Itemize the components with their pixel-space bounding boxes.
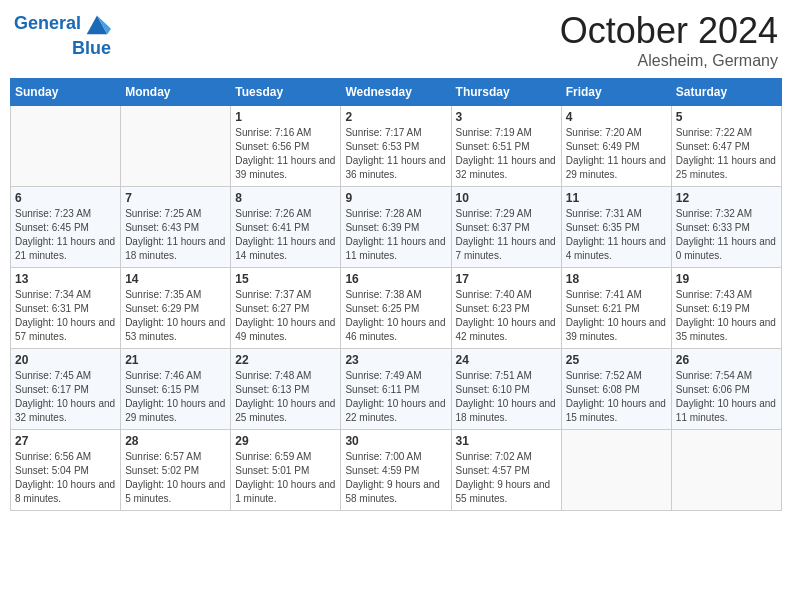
logo-icon [83,10,111,38]
calendar-cell: 18Sunrise: 7:41 AM Sunset: 6:21 PM Dayli… [561,268,671,349]
day-info: Sunrise: 7:29 AM Sunset: 6:37 PM Dayligh… [456,207,557,263]
calendar-week-row: 1Sunrise: 7:16 AM Sunset: 6:56 PM Daylig… [11,106,782,187]
day-number: 19 [676,272,777,286]
day-info: Sunrise: 7:38 AM Sunset: 6:25 PM Dayligh… [345,288,446,344]
calendar-cell: 10Sunrise: 7:29 AM Sunset: 6:37 PM Dayli… [451,187,561,268]
day-number: 23 [345,353,446,367]
logo-text: General [14,14,81,34]
day-number: 18 [566,272,667,286]
day-info: Sunrise: 7:35 AM Sunset: 6:29 PM Dayligh… [125,288,226,344]
day-number: 3 [456,110,557,124]
calendar-table: SundayMondayTuesdayWednesdayThursdayFrid… [10,78,782,511]
day-info: Sunrise: 7:31 AM Sunset: 6:35 PM Dayligh… [566,207,667,263]
weekday-header-cell: Thursday [451,79,561,106]
title-block: October 2024 Alesheim, Germany [560,10,778,70]
day-number: 1 [235,110,336,124]
day-info: Sunrise: 7:00 AM Sunset: 4:59 PM Dayligh… [345,450,446,506]
calendar-cell: 23Sunrise: 7:49 AM Sunset: 6:11 PM Dayli… [341,349,451,430]
day-info: Sunrise: 7:25 AM Sunset: 6:43 PM Dayligh… [125,207,226,263]
calendar-cell: 31Sunrise: 7:02 AM Sunset: 4:57 PM Dayli… [451,430,561,511]
calendar-cell: 3Sunrise: 7:19 AM Sunset: 6:51 PM Daylig… [451,106,561,187]
day-number: 31 [456,434,557,448]
calendar-cell: 21Sunrise: 7:46 AM Sunset: 6:15 PM Dayli… [121,349,231,430]
calendar-cell: 30Sunrise: 7:00 AM Sunset: 4:59 PM Dayli… [341,430,451,511]
day-info: Sunrise: 6:59 AM Sunset: 5:01 PM Dayligh… [235,450,336,506]
day-number: 2 [345,110,446,124]
day-info: Sunrise: 7:23 AM Sunset: 6:45 PM Dayligh… [15,207,116,263]
calendar-cell: 28Sunrise: 6:57 AM Sunset: 5:02 PM Dayli… [121,430,231,511]
day-number: 21 [125,353,226,367]
calendar-cell [11,106,121,187]
logo: General Blue [14,10,111,59]
day-number: 9 [345,191,446,205]
day-info: Sunrise: 7:48 AM Sunset: 6:13 PM Dayligh… [235,369,336,425]
calendar-cell: 22Sunrise: 7:48 AM Sunset: 6:13 PM Dayli… [231,349,341,430]
day-info: Sunrise: 7:02 AM Sunset: 4:57 PM Dayligh… [456,450,557,506]
day-info: Sunrise: 7:37 AM Sunset: 6:27 PM Dayligh… [235,288,336,344]
calendar-cell: 12Sunrise: 7:32 AM Sunset: 6:33 PM Dayli… [671,187,781,268]
calendar-cell: 26Sunrise: 7:54 AM Sunset: 6:06 PM Dayli… [671,349,781,430]
weekday-header-cell: Sunday [11,79,121,106]
day-number: 8 [235,191,336,205]
calendar-cell: 6Sunrise: 7:23 AM Sunset: 6:45 PM Daylig… [11,187,121,268]
calendar-cell: 11Sunrise: 7:31 AM Sunset: 6:35 PM Dayli… [561,187,671,268]
calendar-cell: 19Sunrise: 7:43 AM Sunset: 6:19 PM Dayli… [671,268,781,349]
day-number: 20 [15,353,116,367]
calendar-cell: 20Sunrise: 7:45 AM Sunset: 6:17 PM Dayli… [11,349,121,430]
day-number: 16 [345,272,446,286]
day-number: 14 [125,272,226,286]
day-info: Sunrise: 7:32 AM Sunset: 6:33 PM Dayligh… [676,207,777,263]
day-number: 12 [676,191,777,205]
calendar-cell: 8Sunrise: 7:26 AM Sunset: 6:41 PM Daylig… [231,187,341,268]
calendar-cell: 27Sunrise: 6:56 AM Sunset: 5:04 PM Dayli… [11,430,121,511]
day-number: 28 [125,434,226,448]
day-info: Sunrise: 7:54 AM Sunset: 6:06 PM Dayligh… [676,369,777,425]
day-info: Sunrise: 6:57 AM Sunset: 5:02 PM Dayligh… [125,450,226,506]
calendar-cell: 25Sunrise: 7:52 AM Sunset: 6:08 PM Dayli… [561,349,671,430]
weekday-header-cell: Saturday [671,79,781,106]
day-info: Sunrise: 7:43 AM Sunset: 6:19 PM Dayligh… [676,288,777,344]
page-header: General Blue October 2024 Alesheim, Germ… [10,10,782,70]
day-info: Sunrise: 7:34 AM Sunset: 6:31 PM Dayligh… [15,288,116,344]
day-number: 11 [566,191,667,205]
weekday-header-cell: Tuesday [231,79,341,106]
day-info: Sunrise: 6:56 AM Sunset: 5:04 PM Dayligh… [15,450,116,506]
weekday-header-row: SundayMondayTuesdayWednesdayThursdayFrid… [11,79,782,106]
weekday-header-cell: Monday [121,79,231,106]
day-info: Sunrise: 7:22 AM Sunset: 6:47 PM Dayligh… [676,126,777,182]
day-info: Sunrise: 7:17 AM Sunset: 6:53 PM Dayligh… [345,126,446,182]
calendar-week-row: 27Sunrise: 6:56 AM Sunset: 5:04 PM Dayli… [11,430,782,511]
day-number: 30 [345,434,446,448]
day-info: Sunrise: 7:41 AM Sunset: 6:21 PM Dayligh… [566,288,667,344]
calendar-cell: 7Sunrise: 7:25 AM Sunset: 6:43 PM Daylig… [121,187,231,268]
weekday-header-cell: Friday [561,79,671,106]
day-info: Sunrise: 7:45 AM Sunset: 6:17 PM Dayligh… [15,369,116,425]
day-info: Sunrise: 7:51 AM Sunset: 6:10 PM Dayligh… [456,369,557,425]
weekday-header-cell: Wednesday [341,79,451,106]
day-info: Sunrise: 7:28 AM Sunset: 6:39 PM Dayligh… [345,207,446,263]
calendar-cell: 1Sunrise: 7:16 AM Sunset: 6:56 PM Daylig… [231,106,341,187]
location: Alesheim, Germany [560,52,778,70]
calendar-cell [121,106,231,187]
month-title: October 2024 [560,10,778,52]
calendar-week-row: 20Sunrise: 7:45 AM Sunset: 6:17 PM Dayli… [11,349,782,430]
day-info: Sunrise: 7:16 AM Sunset: 6:56 PM Dayligh… [235,126,336,182]
calendar-cell [671,430,781,511]
day-info: Sunrise: 7:19 AM Sunset: 6:51 PM Dayligh… [456,126,557,182]
day-number: 29 [235,434,336,448]
day-number: 26 [676,353,777,367]
day-number: 7 [125,191,226,205]
calendar-cell: 29Sunrise: 6:59 AM Sunset: 5:01 PM Dayli… [231,430,341,511]
calendar-cell: 4Sunrise: 7:20 AM Sunset: 6:49 PM Daylig… [561,106,671,187]
day-number: 15 [235,272,336,286]
calendar-week-row: 6Sunrise: 7:23 AM Sunset: 6:45 PM Daylig… [11,187,782,268]
day-number: 13 [15,272,116,286]
day-info: Sunrise: 7:52 AM Sunset: 6:08 PM Dayligh… [566,369,667,425]
day-number: 5 [676,110,777,124]
logo-blue: Blue [72,38,111,59]
calendar-cell: 14Sunrise: 7:35 AM Sunset: 6:29 PM Dayli… [121,268,231,349]
day-number: 27 [15,434,116,448]
day-number: 24 [456,353,557,367]
calendar-cell: 13Sunrise: 7:34 AM Sunset: 6:31 PM Dayli… [11,268,121,349]
day-info: Sunrise: 7:26 AM Sunset: 6:41 PM Dayligh… [235,207,336,263]
